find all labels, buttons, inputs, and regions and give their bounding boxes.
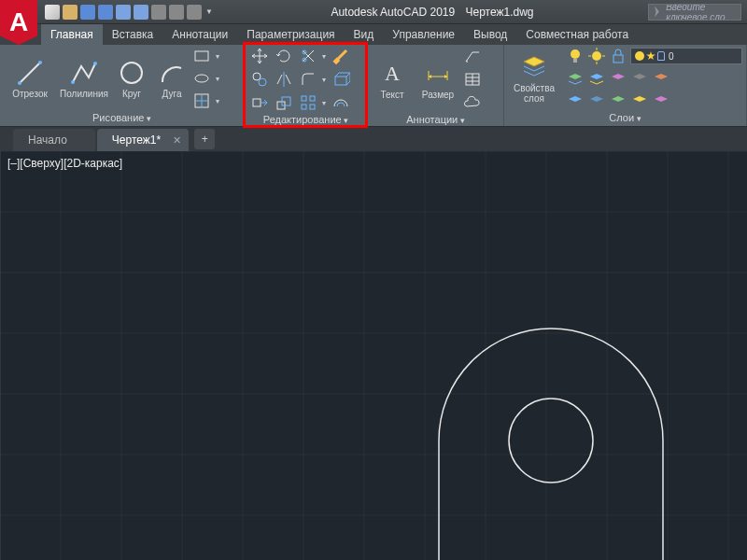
undo-icon[interactable] [169, 5, 184, 20]
svg-point-11 [253, 73, 261, 80]
tab-manage[interactable]: Управление [383, 24, 464, 45]
fillet-icon[interactable] [299, 70, 317, 89]
svg-text:A: A [385, 62, 400, 85]
window-title: Autodesk AutoCAD 2019 Чертеж1.dwg [217, 6, 648, 19]
sun-mini-icon [646, 51, 655, 61]
dropdown-icon[interactable]: ▾ [322, 76, 326, 84]
dropdown-icon[interactable]: ▾ [216, 52, 219, 61]
app-name: Autodesk AutoCAD 2019 [331, 6, 455, 19]
svg-point-1 [18, 81, 21, 85]
move-icon[interactable] [250, 47, 269, 65]
ellipse-icon[interactable] [192, 69, 211, 88]
plot-icon[interactable] [151, 5, 166, 20]
rect-icon[interactable] [192, 47, 211, 65]
save-icon[interactable] [80, 5, 95, 20]
tab-home[interactable]: Главная [41, 24, 103, 45]
dropdown-icon[interactable]: ▾ [216, 97, 219, 105]
ribbon-tabs: Главная Вставка Аннотации Параметризация… [0, 24, 747, 45]
stretch-icon[interactable] [250, 93, 269, 112]
doc-tab-active-label: Чертеж1* [112, 133, 161, 147]
panel-draw: Отрезок Полилиния Круг Дуга ▾ ▾ [0, 45, 245, 126]
layer-frz-icon[interactable] [652, 69, 670, 88]
dropdown-icon[interactable]: ▾ [322, 99, 326, 107]
erase-icon[interactable] [331, 47, 350, 65]
search-input[interactable]: Введите ключевое сло [648, 4, 741, 21]
layer-c-icon[interactable] [609, 91, 627, 110]
leader-icon[interactable] [463, 47, 482, 65]
tab-view[interactable]: Вид [345, 24, 384, 45]
redo-icon[interactable] [187, 5, 202, 20]
explode-icon[interactable] [331, 70, 350, 89]
bulb-mini-icon [635, 51, 644, 61]
tool-arc-label: Дуга [162, 89, 182, 99]
hatch-icon[interactable] [192, 91, 211, 110]
tool-dimension[interactable]: Размер [415, 60, 461, 100]
layer-d-icon[interactable] [630, 91, 649, 110]
tool-circle[interactable]: Круг [112, 59, 151, 99]
panel-edit-label[interactable]: Редактирование [248, 112, 363, 128]
svg-rect-6 [195, 51, 208, 61]
tab-parametric[interactable]: Параметризация [237, 24, 344, 45]
layer-prev-icon[interactable] [587, 69, 606, 88]
app-logo[interactable]: A [0, 0, 37, 45]
tool-circle-label: Круг [122, 89, 141, 99]
drawing-canvas[interactable]: [–][Сверху][2D-каркас] /*placeholder to … [0, 151, 747, 560]
new-icon[interactable] [45, 5, 60, 20]
circle-icon [118, 59, 146, 87]
tab-collab[interactable]: Совместная работа [516, 24, 638, 45]
cloud-icon[interactable] [463, 93, 482, 112]
device-icon[interactable] [116, 5, 131, 20]
panel-anno-label[interactable]: Аннотации [372, 112, 500, 128]
polyline-icon [70, 59, 98, 87]
open-icon[interactable] [63, 5, 78, 20]
bulb-icon[interactable] [566, 47, 585, 65]
svg-rect-13 [253, 99, 261, 106]
offset-icon[interactable] [331, 93, 350, 112]
svg-point-7 [195, 75, 208, 82]
tool-layer-props[interactable]: Свойства слоя [508, 53, 560, 104]
tool-line[interactable]: Отрезок [4, 59, 56, 99]
document-tabs: Начало Чертеж1* ✕ + [0, 127, 747, 151]
lock-icon[interactable] [609, 47, 627, 65]
tool-text[interactable]: A Текст [372, 60, 413, 100]
svg-rect-20 [302, 105, 306, 109]
svg-rect-39 [613, 55, 623, 63]
dimension-icon [424, 60, 452, 88]
svg-point-3 [71, 80, 75, 84]
dropdown-icon[interactable]: ▾ [322, 52, 326, 61]
tool-layerprops-label: Свойства слоя [514, 83, 555, 104]
tool-text-label: Текст [380, 90, 403, 100]
cloud-icon[interactable] [134, 5, 148, 20]
freeze-icon[interactable] [587, 47, 606, 65]
table-icon[interactable] [463, 70, 482, 89]
saveas-icon[interactable] [98, 5, 113, 20]
tool-line-label: Отрезок [12, 89, 48, 99]
tab-insert[interactable]: Вставка [103, 24, 163, 45]
text-icon: A [378, 60, 406, 88]
layer-off-icon[interactable] [630, 69, 649, 88]
array-icon[interactable] [299, 93, 317, 112]
new-tab-button[interactable]: + [194, 129, 215, 149]
layer-selector[interactable]: 0 [630, 48, 742, 64]
mirror-icon[interactable] [275, 70, 293, 89]
panel-layers-label[interactable]: Слои [508, 110, 742, 126]
dropdown-icon[interactable]: ▾ [216, 75, 219, 83]
scale-icon[interactable] [275, 93, 293, 112]
qat-dropdown-icon[interactable]: ▼ [205, 7, 213, 16]
copy-icon[interactable] [250, 70, 269, 89]
tab-output[interactable]: Вывод [464, 24, 516, 45]
rotate-icon[interactable] [275, 47, 293, 65]
layer-e-icon[interactable] [652, 91, 670, 110]
doc-tab-start[interactable]: Начало [13, 129, 95, 151]
trim-icon[interactable] [299, 47, 317, 65]
tab-annotate[interactable]: Аннотации [162, 24, 237, 45]
close-icon[interactable]: ✕ [173, 134, 181, 147]
tool-arc[interactable]: Дуга [153, 59, 190, 99]
layer-match-icon[interactable] [566, 69, 585, 88]
layer-iso-icon[interactable] [609, 69, 627, 88]
panel-draw-label[interactable]: Рисование [4, 110, 240, 126]
layer-b-icon[interactable] [587, 91, 606, 110]
doc-tab-active[interactable]: Чертеж1* ✕ [97, 129, 189, 151]
tool-polyline[interactable]: Полилиния [58, 59, 110, 99]
layer-a-icon[interactable] [566, 91, 585, 110]
